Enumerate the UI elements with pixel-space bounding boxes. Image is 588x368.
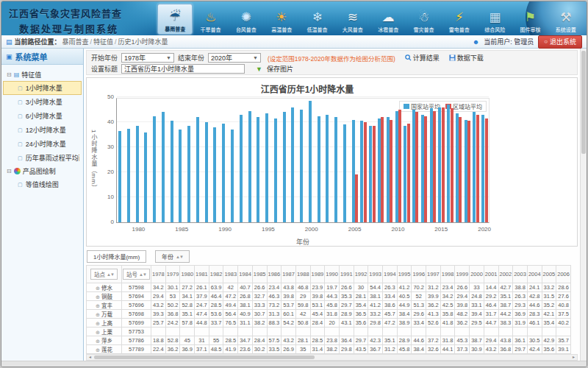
horizontal-scrollbar[interactable]: ◂ ▸ [86,354,578,361]
table-row[interactable]: ⊕萍乡5778618.852.845315528.534.728.457.543… [87,336,571,345]
year-column-header[interactable]: 1997 [426,266,441,283]
table-row[interactable]: ⊕上栗57753 [87,328,571,336]
year-column-header[interactable]: 1978 [151,266,166,283]
scroll-right-icon[interactable]: ▸ [570,355,577,360]
tree-group-products[interactable]: ⊟产品图绘制 [3,165,82,177]
breadcrumb-segment[interactable]: 暴雨普查 [62,38,89,46]
year-column-header[interactable]: 1984 [238,266,253,283]
tree-item-24小时降水量[interactable]: ▢24小时降水量 [3,137,82,151]
year-column-header[interactable]: 1986 [267,266,282,283]
toolbar-item-map-review[interactable]: ⚑图件审核 [512,4,548,35]
station-name-cell[interactable]: ⊕宜丰 [87,301,122,310]
toolbar-item-snow[interactable]: ☃雪灾普查 [406,4,441,35]
year-column-header[interactable]: 1996 [412,266,426,283]
tree-item-历年暴雨过程平均雨量[interactable]: ▢历年暴雨过程平均雨量 [3,151,82,165]
calculate-button[interactable]: 计算结果 [405,53,440,63]
end-year-select[interactable]: 2020年 ▼ [208,53,261,63]
tree-item-1小时降水量[interactable]: ▢1小时降水量 [3,81,82,95]
year-column-header[interactable]: 2001 [484,266,498,283]
expand-icon[interactable]: ⊕ [96,312,100,317]
toolbar-item-typhoon[interactable]: ✺台风普查 [229,4,264,35]
year-column-header[interactable]: 2005 [542,266,556,283]
table-row[interactable]: ⊕修水5759834.230.127.226.163.94240.726.623… [87,283,571,292]
table-row[interactable]: ⊕上高5769925.724.257.844.833.776.531.138.2… [87,319,571,328]
table-row[interactable]: ⊕宜丰5769643.250.252.824.728.549.438.133.3… [87,301,571,310]
expand-icon[interactable]: ⊕ [96,330,100,335]
year-column-header[interactable]: 2000 [470,266,484,283]
station-name-cell[interactable]: ⊕万载 [87,310,122,319]
expand-icon[interactable]: ⊕ [96,294,100,300]
toolbar-item-low-temp[interactable]: ❄低温普查 [299,4,334,35]
station-name-cell[interactable]: ⊕上栗 [87,328,122,336]
year-column-header[interactable]: 1992 [354,266,368,283]
bar-regional [407,124,410,222]
year-column-header[interactable]: 1980 [180,266,195,283]
toolbar-item-label: 系统设置 [556,26,576,33]
expand-icon[interactable]: ⊕ [96,286,100,291]
save-image-button[interactable]: 保存图片 [267,64,293,74]
year-column-header[interactable]: 1979 [165,266,180,283]
toolbar-item-comprehensive-risk[interactable]: ▦综合风险 [477,4,512,35]
year-column-header[interactable]: 2006 [556,266,571,283]
year-column-header[interactable]: 1998 [440,266,455,283]
expand-icon[interactable]: ⊕ [96,321,100,326]
download-button[interactable]: 数据下载 [449,53,484,63]
year-column-header[interactable]: 1999 [455,266,470,283]
table-row[interactable]: ⊕万载5769839.336.835.147.453.656.440.930.7… [87,310,571,319]
station-name-cell[interactable]: ⊕修水 [87,283,122,292]
station-name-cell[interactable]: ⊕萍乡 [87,336,122,345]
table-row[interactable]: ⊕铜鼓5769429.45334.137.946.447.226.832.746… [87,292,571,301]
tree-item-12小时降水量[interactable]: ▢12小时降水量 [3,123,82,137]
horizontal-scroll-thumb[interactable] [94,355,315,359]
year-column-header[interactable]: 1994 [383,266,398,283]
scroll-left-icon[interactable]: ◂ [87,355,93,360]
station-name-cell[interactable]: ⊕铜鼓 [87,292,122,301]
year-column-header[interactable]: 1987 [282,266,296,283]
code-sort-button[interactable]: 站号▲▼ [123,269,150,280]
station-sort-button[interactable]: 站点▲▼ [90,269,118,280]
year-column-header[interactable]: 2003 [513,266,528,283]
toolbar-item-lightning[interactable]: ⚡雷电普查 [442,4,477,35]
toolbar-item-drought[interactable]: ♨干旱普查 [193,4,228,35]
tree-item-等值线绘图[interactable]: ▢等值线绘图 [3,177,82,191]
year-column-header[interactable]: 1983 [223,266,238,283]
breadcrumb-segment[interactable]: 特征值 [93,38,113,46]
year-column-header[interactable]: 1989 [310,266,325,283]
toolbar-item-system-settings[interactable]: ⚒系统设置 [548,4,584,35]
high-temp-icon: ☀ [276,9,287,26]
vertical-scroll-thumb[interactable] [581,51,586,154]
station-name-cell[interactable]: ⊕上高 [87,319,122,328]
year-column-header[interactable]: 1982 [209,266,223,283]
expand-icon[interactable]: ⊕ [96,303,100,308]
year-column-header[interactable]: 1985 [252,266,267,283]
year-column-header[interactable]: 1981 [195,266,209,283]
expand-icon[interactable]: ⊕ [96,339,100,344]
tree-item-6小时降水量[interactable]: ▢6小时降水量 [3,109,82,123]
logout-button[interactable]: ○ 退出系统 [538,35,582,49]
start-year-select[interactable]: 1978年 ▼ [121,53,174,63]
year-column-header[interactable]: 1991 [339,266,354,283]
tree-item-3小时降水量[interactable]: ▢3小时降水量 [3,95,82,109]
expand-icon[interactable]: ⊕ [96,347,100,353]
toolbar-item-hail[interactable]: ☁冰雹普查 [370,4,406,35]
collapse-icon[interactable]: ⊟ [7,71,12,78]
vertical-scrollbar[interactable] [580,49,587,361]
collapse-icon[interactable]: ⊟ [7,168,12,174]
year-column-header[interactable]: 1988 [295,266,310,283]
year-column-header[interactable]: 2004 [527,266,542,283]
tree-item-label: 24小时降水量 [26,139,66,149]
year-sort-button[interactable]: 年份 ▲▼ [155,250,190,263]
toolbar-item-gale[interactable]: ≋大风普查 [335,4,370,35]
tree-group-features[interactable]: ⊟▤特征值 [3,68,82,81]
year-column-header[interactable]: 1993 [368,266,383,283]
year-column-header[interactable]: 2002 [498,266,513,283]
table-row[interactable]: ⊕莲花5778922.436.236.937.148.541.923.630.2… [87,345,571,354]
toolbar-item-high-temp[interactable]: ☀高温普查 [264,4,299,35]
value-cell: 57.8 [180,319,195,328]
year-column-header[interactable]: 1995 [397,266,412,283]
station-name-cell[interactable]: ⊕莲花 [87,345,122,354]
toolbar-item-rainstorm[interactable]: ☔暴雨普查 [157,4,193,35]
chart-title-input[interactable] [121,64,245,74]
breadcrumb-segment[interactable]: 历史1小时降水量 [118,38,168,46]
year-column-header[interactable]: 1990 [325,266,340,283]
